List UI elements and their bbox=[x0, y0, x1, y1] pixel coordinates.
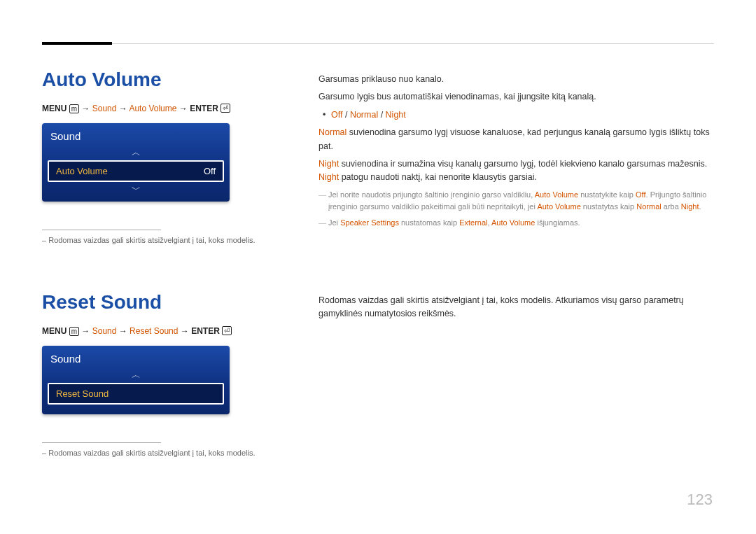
enter-icon: ⏎ bbox=[222, 326, 232, 335]
chevron-up-icon[interactable]: ︿ bbox=[46, 148, 225, 157]
menu-row-value: Off bbox=[204, 166, 216, 176]
path-reset-sound: Reset Sound bbox=[130, 326, 178, 336]
sound-menu-panel-1: Sound ︿ Auto Volume Off ﹀ bbox=[42, 123, 230, 202]
footnote-1: – Rodomas vaizdas gali skirtis atsižvelg… bbox=[42, 236, 266, 244]
section-auto-volume-body: Garsumas priklauso nuo kanalo. Garsumo l… bbox=[318, 73, 714, 229]
body-p4: Night suvienodina ir sumažina visų kanal… bbox=[318, 157, 714, 185]
menu-path-auto-volume: MENU m → Sound → Auto Volume → ENTER ⏎ bbox=[42, 104, 266, 113]
path-sound: Sound bbox=[92, 326, 117, 336]
menu-icon: m bbox=[69, 327, 79, 336]
chevron-up-icon[interactable]: ︿ bbox=[46, 370, 225, 380]
options-list: Off / Normal / Night bbox=[318, 108, 714, 122]
sound-menu-panel-2: Sound ︿ Reset Sound bbox=[42, 346, 230, 414]
path-menu: MENU bbox=[42, 104, 66, 113]
menu-row-label: Reset Sound bbox=[56, 388, 108, 399]
section-reset-sound-left: Reset Sound MENU m → Sound → Reset Sound… bbox=[42, 291, 266, 457]
path-enter: ENTER bbox=[191, 326, 220, 336]
menu-row-reset-sound[interactable]: Reset Sound bbox=[48, 383, 224, 405]
page: Auto Volume MENU m → Sound → Auto Volume… bbox=[0, 0, 756, 534]
opt-off: Off bbox=[331, 110, 342, 120]
heading-reset-sound: Reset Sound bbox=[42, 291, 266, 314]
menu-row-auto-volume[interactable]: Auto Volume Off bbox=[48, 160, 224, 182]
enter-icon: ⏎ bbox=[220, 104, 230, 113]
divider bbox=[42, 442, 161, 443]
footnote-2: – Rodomas vaizdas gali skirtis atsižvelg… bbox=[42, 449, 266, 457]
path-menu: MENU bbox=[42, 326, 66, 336]
body-p3: Normal suvienodina garsumo lygį visuose … bbox=[318, 126, 714, 153]
divider-top bbox=[42, 43, 714, 44]
divider bbox=[42, 230, 161, 230]
menu-path-reset-sound: MENU m → Sound → Reset Sound → ENTER ⏎ bbox=[42, 326, 266, 336]
body-p2: Garsumo lygis bus automatiškai vienodina… bbox=[318, 90, 714, 104]
opt-normal: Normal bbox=[350, 110, 378, 120]
menu-row-label: Auto Volume bbox=[56, 166, 108, 176]
menu-icon: m bbox=[69, 104, 79, 113]
path-sound: Sound bbox=[92, 104, 117, 113]
panel-title: Sound bbox=[46, 350, 225, 370]
section-reset-sound-body: Rodomas vaizdas gali skirtis atsižvelgia… bbox=[318, 294, 714, 325]
divider-top-accent bbox=[42, 42, 112, 45]
note-1: Jei norite naudotis prijungto šaltinio į… bbox=[318, 189, 714, 213]
body-p1: Rodomas vaizdas gali skirtis atsižvelgia… bbox=[318, 294, 714, 321]
note-2: Jei Speaker Settings nustatomas kaip Ext… bbox=[318, 217, 714, 229]
panel-title: Sound bbox=[46, 127, 225, 148]
heading-auto-volume: Auto Volume bbox=[42, 69, 266, 91]
chevron-down-icon[interactable]: ﹀ bbox=[46, 185, 225, 195]
page-number: 123 bbox=[687, 491, 713, 509]
path-auto-volume: Auto Volume bbox=[129, 104, 176, 113]
body-p1: Garsumas priklauso nuo kanalo. bbox=[318, 73, 714, 86]
section-auto-volume-left: Auto Volume MENU m → Sound → Auto Volume… bbox=[42, 69, 266, 244]
path-enter: ENTER bbox=[190, 104, 218, 113]
opt-night: Night bbox=[386, 110, 406, 120]
